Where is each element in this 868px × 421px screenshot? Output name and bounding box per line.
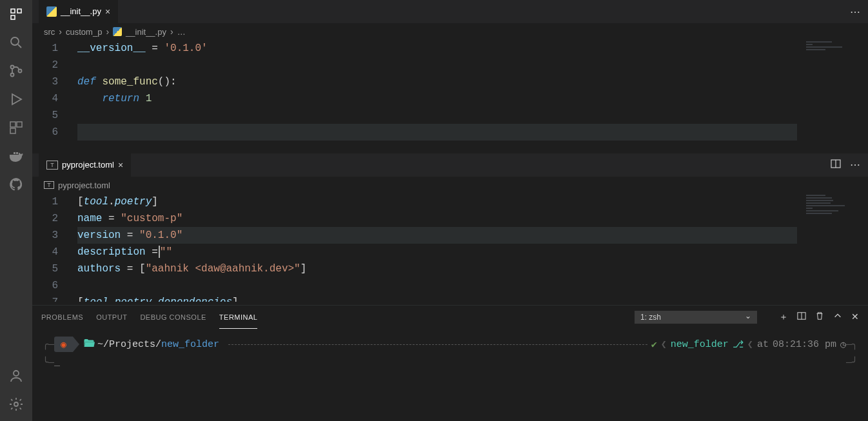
terminal-selector[interactable]: 1: zsh bbox=[635, 311, 757, 324]
run-debug-icon[interactable] bbox=[8, 92, 24, 107]
check-icon: ✔ bbox=[651, 338, 657, 351]
code-area-top[interactable]: 123456 __version__ = '0.1.0'def some_fun… bbox=[32, 40, 868, 153]
docker-icon[interactable] bbox=[8, 148, 24, 164]
svg-point-1 bbox=[11, 66, 14, 69]
more-icon[interactable]: ⋯ bbox=[850, 159, 860, 171]
git-icon: ⎇ bbox=[733, 338, 744, 351]
breadcrumb-bottom[interactable]: T pyproject.toml bbox=[32, 177, 868, 193]
svg-rect-4 bbox=[10, 122, 15, 127]
breadcrumb-top[interactable]: src › custom_p › __init__.py › … bbox=[32, 23, 868, 40]
toml-icon: T bbox=[46, 161, 58, 170]
more-icon[interactable]: ⋯ bbox=[850, 6, 860, 18]
svg-point-2 bbox=[11, 73, 14, 77]
svg-rect-5 bbox=[17, 122, 22, 127]
tab-label: __init__.py bbox=[61, 6, 101, 16]
prompt-right-info: ✔ ❮ new_folder ⎇ ❮ at 08:21:36 pm ◷ bbox=[651, 338, 846, 351]
tab-terminal[interactable]: TERMINAL bbox=[219, 306, 258, 329]
tab-bar-top: __init__.py × ⋯ bbox=[32, 0, 868, 23]
svg-point-8 bbox=[14, 402, 18, 406]
ubuntu-icon: ◉ bbox=[61, 338, 66, 351]
toml-icon: T bbox=[44, 181, 54, 189]
code-area-bottom[interactable]: 1234567 [tool.poetry]name = "custom-p"ve… bbox=[32, 193, 868, 305]
breadcrumb-item[interactable]: __init__.py bbox=[126, 27, 166, 37]
tab-debug-console[interactable]: DEBUG CONSOLE bbox=[140, 306, 206, 329]
kill-terminal-icon[interactable] bbox=[815, 311, 824, 323]
editor-group-top: __init__.py × ⋯ src › custom_p › __init_… bbox=[32, 0, 868, 153]
bottom-panel: PROBLEMS OUTPUT DEBUG CONSOLE TERMINAL 1… bbox=[32, 305, 868, 421]
new-terminal-icon[interactable]: ＋ bbox=[779, 311, 788, 323]
maximize-panel-icon[interactable] bbox=[833, 311, 842, 323]
python-icon bbox=[46, 6, 57, 17]
close-panel-icon[interactable]: ✕ bbox=[851, 311, 859, 323]
minimap[interactable] bbox=[804, 40, 868, 153]
split-editor-icon[interactable] bbox=[831, 159, 841, 171]
account-icon[interactable] bbox=[8, 368, 24, 384]
tab-init-py[interactable]: __init__.py × bbox=[39, 0, 118, 23]
terminal[interactable]: ╭─ ◉ ~/Projects/new_folder ✔ ❮ new_folde… bbox=[32, 329, 868, 421]
prompt-time: 08:21:36 pm bbox=[773, 339, 836, 350]
git-branch: new_folder bbox=[671, 339, 729, 350]
svg-rect-6 bbox=[10, 128, 15, 133]
folder-open-icon bbox=[83, 338, 95, 351]
terminal-cursor: _ bbox=[54, 357, 60, 368]
minimap[interactable] bbox=[804, 193, 868, 305]
tab-bar-bottom: T pyproject.toml × ⋯ bbox=[32, 153, 868, 177]
breadcrumb-item[interactable]: custom_p bbox=[66, 27, 102, 37]
tab-output[interactable]: OUTPUT bbox=[96, 306, 127, 329]
prompt-cwd: new_folder bbox=[161, 339, 219, 350]
clock-icon: ◷ bbox=[840, 338, 846, 351]
search-icon[interactable] bbox=[8, 35, 24, 50]
settings-icon[interactable] bbox=[8, 397, 24, 412]
github-icon[interactable] bbox=[8, 177, 24, 192]
panel-tabs: PROBLEMS OUTPUT DEBUG CONSOLE TERMINAL 1… bbox=[32, 306, 868, 329]
svg-point-3 bbox=[19, 70, 22, 73]
extensions-icon[interactable] bbox=[8, 120, 24, 135]
split-terminal-icon[interactable] bbox=[797, 311, 806, 323]
close-icon[interactable]: × bbox=[105, 6, 110, 17]
source-control-icon[interactable] bbox=[8, 63, 24, 79]
python-icon bbox=[113, 27, 122, 36]
tab-pyproject[interactable]: T pyproject.toml × bbox=[39, 153, 131, 177]
svg-point-7 bbox=[14, 371, 19, 376]
editor-group-bottom: T pyproject.toml × ⋯ T pyproject.toml 12… bbox=[32, 153, 868, 305]
tab-label: pyproject.toml bbox=[62, 160, 114, 170]
tab-problems[interactable]: PROBLEMS bbox=[41, 306, 83, 329]
activity-bar bbox=[0, 0, 32, 421]
breadcrumb-item[interactable]: pyproject.toml bbox=[58, 181, 110, 190]
prompt-path: ~/Projects/ bbox=[97, 339, 161, 350]
breadcrumb-item[interactable]: src bbox=[44, 27, 55, 37]
breadcrumb-item[interactable]: … bbox=[177, 27, 186, 37]
explorer-icon[interactable] bbox=[8, 6, 24, 22]
svg-point-0 bbox=[11, 37, 19, 45]
close-icon[interactable]: × bbox=[118, 160, 123, 170]
